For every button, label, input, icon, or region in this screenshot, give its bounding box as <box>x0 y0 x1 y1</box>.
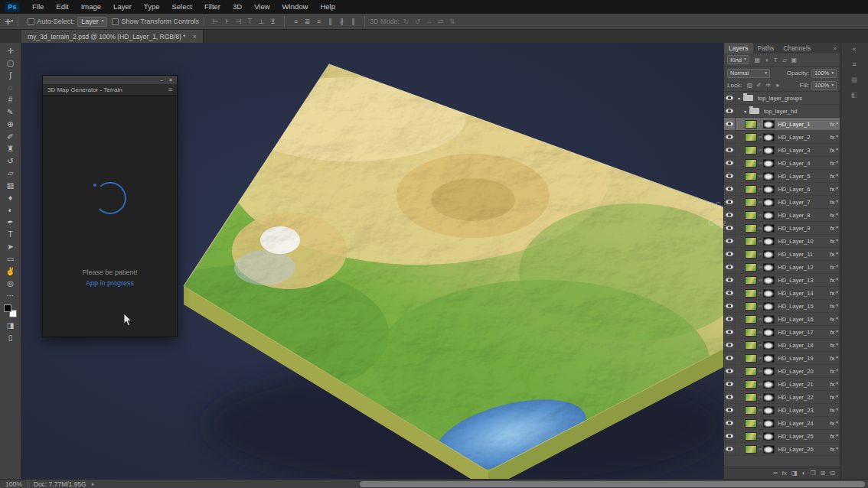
layer-row[interactable]: ∞HD_Layer_13fx▾ <box>724 274 840 287</box>
visibility-toggle[interactable] <box>724 313 736 325</box>
visibility-toggle[interactable] <box>724 417 736 429</box>
layer-row[interactable]: ∞HD_Layer_5fx▾ <box>724 170 840 183</box>
expand-icon[interactable]: ▾ <box>744 109 746 114</box>
menu-item-3d[interactable]: 3D <box>227 0 248 14</box>
visibility-toggle[interactable] <box>724 183 736 195</box>
shape-tool[interactable]: ▭ <box>0 252 21 265</box>
filter-pixel-layers-icon[interactable]: ▦ <box>753 57 762 63</box>
expand-icon[interactable]: ▾ <box>738 96 740 101</box>
visibility-toggle[interactable] <box>724 144 736 156</box>
layer-fx-badge[interactable]: fx▾ <box>830 147 838 154</box>
collapse-panel-icon[interactable]: » <box>830 43 840 54</box>
lasso-tool[interactable]: ʃ <box>0 69 21 81</box>
visibility-toggle[interactable] <box>724 326 736 338</box>
foreground-color-swatch[interactable] <box>4 304 11 312</box>
tab-channels[interactable]: Channels <box>778 43 815 54</box>
layer-row[interactable]: ∞HD_Layer_20fx▾ <box>724 365 840 378</box>
menu-item-help[interactable]: Help <box>314 0 341 14</box>
color-swatches[interactable] <box>4 304 17 317</box>
visibility-toggle[interactable] <box>724 287 736 299</box>
menu-item-type[interactable]: Type <box>138 0 166 14</box>
layer-row[interactable]: ∞HD_Layer_6fx▾ <box>724 183 840 196</box>
status-flyout-icon[interactable]: ▸ <box>92 481 95 487</box>
layer-fx-badge[interactable]: fx▾ <box>830 199 838 206</box>
auto-select-checkbox[interactable] <box>28 18 34 25</box>
filter-type-layers-icon[interactable]: T <box>772 57 780 63</box>
visibility-toggle[interactable] <box>724 339 736 351</box>
layer-row[interactable]: ∞HD_Layer_9fx▾ <box>724 222 840 235</box>
layer-fx-badge[interactable]: fx▾ <box>830 329 838 336</box>
distribute-bottom-edges-icon[interactable]: ≡ <box>314 18 324 25</box>
orbit-3d-icon[interactable]: ↻ <box>401 18 411 25</box>
lock-all-icon[interactable]: ● <box>773 82 782 89</box>
delete-layer-icon[interactable]: ⊟ <box>830 470 835 477</box>
distribute-horizontal-centers-icon[interactable]: ∦ <box>337 18 347 25</box>
menu-item-select[interactable]: Select <box>165 0 197 14</box>
quick-mask-icon[interactable]: ◨ <box>0 319 21 331</box>
distribute-vertical-centers-icon[interactable]: ≣ <box>302 18 312 25</box>
layer-row[interactable]: ∞HD_Layer_8fx▾ <box>724 209 840 222</box>
layer-fx-badge[interactable]: fx▾ <box>830 277 838 284</box>
close-tab-icon[interactable]: × <box>193 33 197 41</box>
current-tool-icon[interactable]: ✛ <box>5 18 11 26</box>
lock-transparent-pixels-icon[interactable]: ▨ <box>746 82 754 89</box>
app-progress-link[interactable]: App in progress <box>43 279 177 287</box>
layer-row[interactable]: ∞HD_Layer_16fx▾ <box>724 313 840 326</box>
eyedropper-tool[interactable]: ✎ <box>0 106 21 118</box>
drag-3d-icon[interactable]: ↔ <box>424 18 434 25</box>
visibility-toggle[interactable] <box>724 391 736 403</box>
brush-tool[interactable]: ✐ <box>0 130 21 142</box>
menu-item-filter[interactable]: Filter <box>198 0 227 14</box>
visibility-toggle[interactable] <box>724 365 736 377</box>
visibility-toggle[interactable] <box>724 170 736 182</box>
visibility-toggle[interactable] <box>724 274 736 286</box>
align-bottom-edges-icon[interactable]: ⊻ <box>268 18 278 25</box>
visibility-toggle[interactable] <box>724 443 736 455</box>
visibility-toggle[interactable] <box>724 235 736 247</box>
panel-menu-icon[interactable]: ≡ <box>168 86 172 93</box>
layer-fx-badge[interactable]: fx▾ <box>830 355 838 362</box>
align-right-edges-icon[interactable]: ⊣ <box>233 18 243 25</box>
collapsed-panel-icon-2[interactable]: ◧ <box>851 91 858 99</box>
filter-adjustment-layers-icon[interactable]: ◑ <box>762 57 771 63</box>
marquee-tool[interactable]: ▢ <box>0 57 21 69</box>
layer-fx-badge[interactable]: fx▾ <box>830 212 838 219</box>
clone-stamp-tool[interactable]: ♜ <box>0 142 21 155</box>
visibility-toggle[interactable] <box>724 157 736 169</box>
pen-tool[interactable]: ✒ <box>0 216 21 228</box>
zoom-level[interactable]: 100% <box>0 480 28 488</box>
blend-mode-dropdown[interactable]: Normal ▾ <box>727 69 770 78</box>
layer-fx-badge[interactable]: fx▾ <box>830 290 838 297</box>
layer-fx-badge[interactable]: fx▾ <box>830 225 838 232</box>
plugin-tab[interactable]: 3D Map Generator - Terrain ≡ <box>43 84 177 96</box>
layer-group-row[interactable]: ▾top_layer_groups <box>724 92 840 105</box>
layer-row[interactable]: ∞HD_Layer_14fx▾ <box>724 287 840 300</box>
layer-row[interactable]: ∞HD_Layer_4fx▾ <box>724 157 840 170</box>
slide-3d-icon[interactable]: ⇄ <box>436 18 445 25</box>
menu-item-file[interactable]: File <box>26 0 50 14</box>
visibility-toggle[interactable] <box>724 300 736 312</box>
type-tool[interactable]: T <box>0 228 21 240</box>
tool-preset-chevron-icon[interactable]: ▾ <box>11 19 13 24</box>
layer-fx-badge[interactable]: fx▾ <box>830 420 838 427</box>
panel-menu-icon[interactable]: ≡ <box>852 60 856 68</box>
layer-row[interactable]: ∞HD_Layer_21fx▾ <box>724 378 840 391</box>
layer-row[interactable]: ∞HD_Layer_1fx▾ <box>724 118 840 131</box>
distribute-right-edges-icon[interactable]: ∥ <box>348 18 358 25</box>
layer-group-row[interactable]: ▾top_layer_hd <box>724 105 840 118</box>
eraser-tool[interactable]: ▱ <box>0 167 21 179</box>
layer-fx-badge[interactable]: fx▾ <box>830 160 838 167</box>
path-selection-tool[interactable]: ➤ <box>0 240 21 252</box>
layer-row[interactable]: ∞HD_Layer_22fx▾ <box>724 391 840 404</box>
filter-smart-objects-icon[interactable]: ▣ <box>790 57 798 63</box>
move-tool[interactable]: ✛ <box>0 44 21 57</box>
plugin-titlebar[interactable]: – ✕ <box>43 76 177 84</box>
visibility-toggle[interactable] <box>724 378 736 390</box>
history-brush-tool[interactable]: ↺ <box>0 155 21 167</box>
layer-row[interactable]: ∞HD_Layer_23fx▾ <box>724 404 840 417</box>
show-transform-checkbox[interactable] <box>112 18 119 25</box>
quick-selection-tool[interactable]: ◌ <box>0 81 21 93</box>
align-horizontal-centers-icon[interactable]: ⊦ <box>222 18 232 25</box>
layer-row[interactable]: ∞HD_Layer_15fx▾ <box>724 300 840 313</box>
edit-toolbar-icon[interactable]: ⋯ <box>0 289 21 301</box>
